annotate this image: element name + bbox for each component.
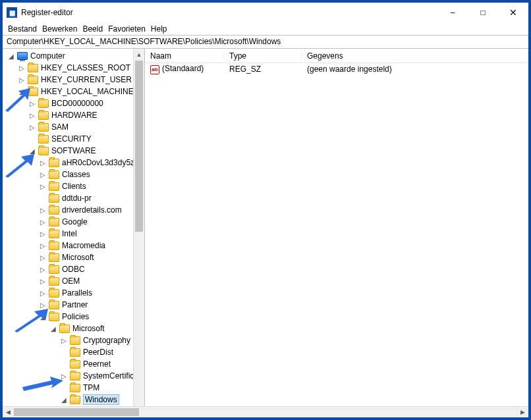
tree-row[interactable]: ◢Windows — [4, 394, 144, 406]
tree-row[interactable]: ◢Microsoft — [4, 323, 144, 334]
chevron-right-icon[interactable]: ▷ — [17, 75, 26, 84]
tree-node-label[interactable]: Peernet — [83, 359, 111, 369]
tree-node-label[interactable]: SOFTWARE — [51, 146, 96, 155]
tree-node-label[interactable]: Macromedia — [62, 241, 105, 250]
column-type[interactable]: Type — [224, 51, 302, 61]
scroll-up-icon[interactable]: ▲ — [134, 49, 144, 60]
tree-row[interactable]: ▷Microsoft — [4, 251, 144, 263]
tree-node-label[interactable]: Windows — [83, 394, 119, 405]
tree-node-label[interactable]: Parallels — [62, 288, 92, 298]
tree-row[interactable]: ◢HKEY_LOCAL_MACHINE — [4, 86, 144, 97]
tree-node-label[interactable]: HKEY_LOCAL_MACHINE — [41, 87, 134, 96]
tree-vertical-scrollbar[interactable]: ▲ ▼ — [133, 49, 144, 417]
chevron-down-icon[interactable]: ◢ — [49, 324, 58, 333]
maximize-button[interactable]: □ — [468, 3, 498, 22]
chevron-right-icon[interactable]: ▷ — [38, 182, 47, 191]
scroll-right-icon[interactable]: ▶ — [517, 407, 528, 418]
column-name[interactable]: Naam — [145, 51, 224, 61]
hscroll-thumb[interactable] — [14, 408, 139, 416]
chevron-right-icon[interactable]: ▷ — [38, 253, 47, 262]
tree-node-label[interactable]: HKEY_CURRENT_USER — [41, 75, 132, 84]
tree-node-label[interactable]: Microsoft — [62, 253, 94, 262]
chevron-right-icon[interactable]: ▷ — [59, 371, 69, 381]
tree-row[interactable]: ◢Computer — [4, 50, 144, 62]
tree-row[interactable]: ddtdu-pr — [4, 192, 144, 204]
menu-beeld[interactable]: Beeld — [81, 24, 104, 34]
tree-row[interactable]: PeerDist — [4, 346, 144, 358]
tree-row[interactable]: ◢Policies — [4, 311, 144, 323]
value-row[interactable]: ab(Standaard) REG_SZ (geen waarde ingest… — [145, 63, 528, 75]
list-header[interactable]: Naam Type Gegevens — [145, 49, 528, 63]
tree-node-label[interactable]: driverdetails.com — [62, 205, 122, 215]
chevron-right-icon[interactable]: ▷ — [38, 288, 47, 298]
tree-row[interactable]: ◢SOFTWARE — [4, 145, 144, 157]
column-data[interactable]: Gegevens — [302, 51, 528, 61]
tree-row[interactable]: TPM — [4, 382, 144, 394]
chevron-right-icon[interactable]: ▷ — [28, 111, 37, 120]
chevron-right-icon[interactable]: ▷ — [38, 265, 47, 274]
tree-node-label[interactable]: OEM — [62, 276, 80, 286]
horizontal-scrollbar[interactable]: ◀ ▶ — [3, 406, 528, 417]
chevron-right-icon[interactable]: ▷ — [28, 122, 37, 132]
chevron-right-icon[interactable]: ▷ — [38, 229, 47, 238]
chevron-down-icon[interactable]: ◢ — [28, 146, 37, 155]
tree-row[interactable]: ▷Intel — [4, 228, 144, 240]
tree-row[interactable]: ▷Classes — [4, 169, 144, 180]
tree-node-label[interactable]: Clients — [62, 182, 86, 191]
tree-row[interactable]: ▷Cryptography — [4, 334, 144, 346]
chevron-right-icon[interactable]: ▷ — [17, 63, 26, 72]
tree-node-label[interactable]: ODBC — [62, 265, 85, 274]
tree-node-label[interactable]: Policies — [62, 312, 89, 321]
chevron-right-icon[interactable]: ▷ — [38, 241, 47, 250]
menu-favorieten[interactable]: Favorieten — [107, 24, 147, 34]
tree-node-label[interactable]: Partner — [62, 300, 88, 309]
tree-node-label[interactable]: SAM — [51, 122, 69, 132]
tree-node-label[interactable]: Cryptography — [83, 336, 130, 345]
tree-row[interactable]: ▷SAM — [4, 121, 144, 133]
chevron-down-icon[interactable]: ◢ — [59, 395, 69, 404]
menu-bestand[interactable]: Bestand — [7, 24, 38, 34]
scroll-thumb[interactable] — [135, 61, 143, 232]
scroll-left-icon[interactable]: ◀ — [3, 407, 14, 418]
tree-row[interactable]: ▷aHR0cDovL3d3dy5zb — [4, 157, 144, 169]
tree-row[interactable]: ▷driverdetails.com — [4, 204, 144, 216]
menu-help[interactable]: Help — [150, 24, 169, 34]
chevron-right-icon[interactable]: ▷ — [38, 300, 47, 309]
chevron-right-icon[interactable]: ▷ — [28, 99, 37, 108]
chevron-right-icon[interactable]: ▷ — [38, 276, 47, 286]
menu-bewerken[interactable]: Bewerken — [41, 24, 78, 34]
tree-node-label[interactable]: HKEY_CLASSES_ROOT — [41, 63, 130, 72]
tree-row[interactable]: ▷HKEY_CLASSES_ROOT — [4, 62, 144, 74]
address-bar[interactable]: Computer\HKEY_LOCAL_MACHINE\SOFTWARE\Pol… — [3, 36, 528, 49]
tree-row[interactable]: ▷HARDWARE — [4, 109, 144, 121]
tree-node-label[interactable]: TPM — [83, 383, 99, 392]
close-button[interactable]: ✕ — [498, 3, 528, 22]
chevron-down-icon[interactable]: ◢ — [17, 87, 26, 96]
tree-row[interactable]: ▷BCD00000000 — [4, 97, 144, 109]
tree-row[interactable]: ▷Partner — [4, 299, 144, 311]
tree-node-label[interactable]: Google — [62, 217, 88, 226]
tree-node-label[interactable]: BCD00000000 — [51, 99, 103, 108]
tree-row[interactable]: ▷OEM — [4, 275, 144, 287]
tree-row[interactable]: ▷Clients — [4, 180, 144, 192]
tree-node-label[interactable]: SystemCertifica — [83, 371, 138, 381]
tree-node-label[interactable]: Intel — [62, 229, 77, 238]
tree-node-label[interactable]: ddtdu-pr — [62, 194, 92, 203]
tree-row[interactable]: ▷Google — [4, 216, 144, 228]
tree-row[interactable]: ▷Parallels — [4, 287, 144, 299]
minimize-button[interactable]: – — [437, 3, 468, 22]
tree-node-label[interactable]: HARDWARE — [51, 111, 98, 120]
tree-node-label[interactable]: SECURITY — [51, 134, 92, 144]
tree-row[interactable]: Peernet — [4, 358, 144, 370]
chevron-down-icon[interactable]: ◢ — [7, 51, 16, 61]
chevron-right-icon[interactable]: ▷ — [59, 336, 69, 345]
tree-node-label[interactable]: PeerDist — [83, 348, 113, 357]
registry-tree[interactable]: ◢Computer▷HKEY_CLASSES_ROOT▷HKEY_CURRENT… — [3, 49, 144, 417]
tree-row[interactable]: SECURITY — [4, 133, 144, 145]
chevron-right-icon[interactable]: ▷ — [38, 217, 47, 226]
tree-row[interactable]: ▷HKEY_CURRENT_USER — [4, 74, 144, 86]
tree-node-label[interactable]: aHR0cDovL3d3dy5zb — [62, 158, 139, 167]
tree-node-label[interactable]: Classes — [62, 170, 90, 179]
tree-row[interactable]: ▷ODBC — [4, 263, 144, 275]
chevron-right-icon[interactable]: ▷ — [38, 170, 47, 179]
